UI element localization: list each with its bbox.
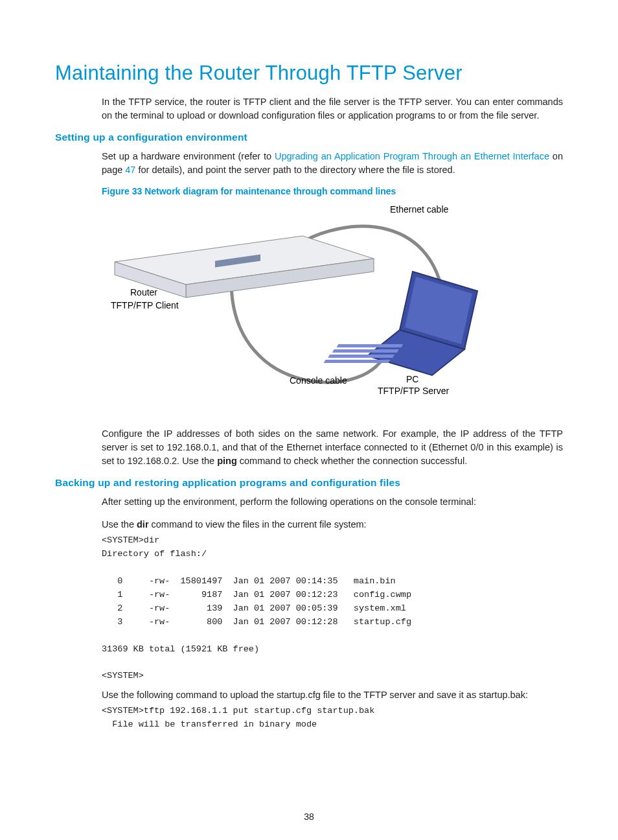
page-number: 38 [0,811,618,822]
svg-rect-8 [332,349,399,353]
backup-para2-a: Use the [102,519,137,530]
label-router: Router [130,287,157,298]
label-pc: PC [406,374,418,384]
svg-rect-9 [328,355,395,358]
intro-paragraph: In the TFTP service, the router is TFTP … [102,95,563,122]
terminal-listing-tftp: <SYSTEM>tftp 192.168.1.1 put startup.cfg… [102,705,563,732]
configure-ip-text-b: command to check whether the connection … [237,456,467,466]
laptop-icon [324,272,477,375]
backup-para3: Use the following command to upload the … [102,688,563,702]
backup-para2: Use the dir command to view the files in… [102,518,563,531]
setup-text-post: for details), and point the server path … [135,165,455,175]
svg-rect-10 [324,360,391,363]
terminal-listing-dir: <SYSTEM>dir Directory of flash:/ 0 -rw- … [102,534,563,683]
page-title: Maintaining the Router Through TFTP Serv… [55,62,563,85]
setup-paragraph: Set up a hardware environment (refer to … [102,150,563,177]
network-diagram: Ethernet cable Router TFTP/FTP Client Co… [102,200,490,421]
link-page-ref[interactable]: 47 [125,165,135,175]
dir-command: dir [137,519,149,530]
section-heading-backup: Backing up and restoring application pro… [55,477,563,489]
setup-text-pre: Set up a hardware environment (refer to [102,151,275,161]
ping-command: ping [217,456,237,466]
figure-caption: Figure 33 Network diagram for maintenanc… [102,186,563,196]
section-heading-setup: Setting up a configuration environment [55,132,563,143]
label-console-cable: Console cable [290,375,347,386]
configure-ip-paragraph: Configure the IP addresses of both sides… [102,427,563,468]
svg-rect-7 [336,344,403,347]
backup-para1: After setting up the environment, perfor… [102,495,563,509]
link-upgrading[interactable]: Upgrading an Application Program Through… [275,151,549,161]
label-tftp-client: TFTP/FTP Client [111,300,179,310]
label-ethernet-cable: Ethernet cable [390,204,448,215]
backup-para2-b: command to view the files in the current… [149,519,367,530]
label-tftp-server: TFTP/FTP Server [378,386,449,396]
